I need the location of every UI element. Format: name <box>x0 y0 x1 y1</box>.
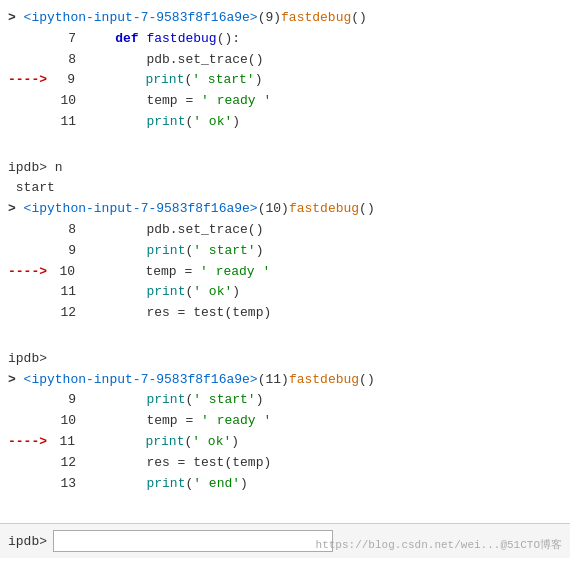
b1-line9-active: ---->9 print(' start') <box>0 70 570 91</box>
block-1: > <ipython-input-7-9583f8f16a9e>(9)fastd… <box>0 8 570 133</box>
ipdb-prompt-empty: ipdb> <box>0 349 570 370</box>
b2-line8: 8 pdb.set_trace() <box>0 220 570 241</box>
output-start: start <box>0 178 570 199</box>
b1-line11: 11 print(' ok') <box>0 112 570 133</box>
bottom-ipdb-input[interactable] <box>53 530 333 552</box>
block3-header: > <ipython-input-7-9583f8f16a9e>(11)fast… <box>0 370 570 391</box>
blank-2 <box>0 328 570 349</box>
ipdb-prompt-n: ipdb> n <box>0 158 570 179</box>
b3-line12: 12 res = test(temp) <box>0 453 570 474</box>
b2-line11: 11 print(' ok') <box>0 282 570 303</box>
b2-line9: 9 print(' start') <box>0 241 570 262</box>
b1-line8: 8 pdb.set_trace() <box>0 50 570 71</box>
blank-1 <box>0 137 570 158</box>
bottom-prompt-bar: ipdb> https://blog.csdn.net/wei...@51CTO… <box>0 523 570 558</box>
b1-line10: 10 temp = ' ready ' <box>0 91 570 112</box>
block-2: ipdb> n start > <ipython-input-7-9583f8f… <box>0 158 570 324</box>
block2-header: > <ipython-input-7-9583f8f16a9e>(10)fast… <box>0 199 570 220</box>
watermark: https://blog.csdn.net/wei...@51CTO博客 <box>316 537 562 552</box>
blank-3 <box>0 502 570 523</box>
b3-line13: 13 print(' end') <box>0 474 570 495</box>
b3-line10: 10 temp = ' ready ' <box>0 411 570 432</box>
b3-line11-active: ---->11 print(' ok') <box>0 432 570 453</box>
block-3: ipdb> > <ipython-input-7-9583f8f16a9e>(1… <box>0 349 570 495</box>
b2-line10-active: ---->10 temp = ' ready ' <box>0 262 570 283</box>
b2-line12: 12 res = test(temp) <box>0 303 570 324</box>
b1-line7: 7 def fastdebug(): <box>0 29 570 50</box>
terminal: > <ipython-input-7-9583f8f16a9e>(9)fastd… <box>0 0 570 565</box>
block1-header: > <ipython-input-7-9583f8f16a9e>(9)fastd… <box>0 8 570 29</box>
b3-line9: 9 print(' start') <box>0 390 570 411</box>
bottom-ipdb-label: ipdb> <box>8 534 47 549</box>
